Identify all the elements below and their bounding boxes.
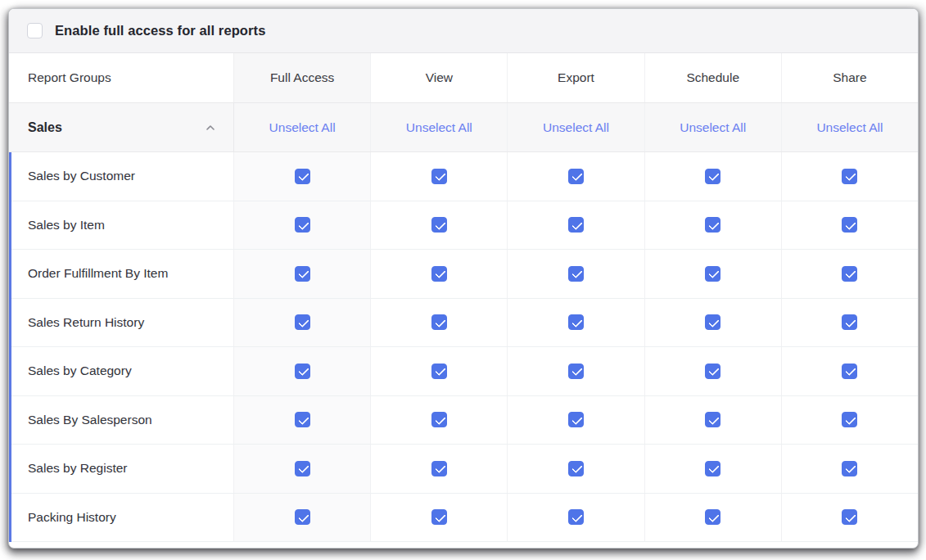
column-header-export: Export <box>508 53 644 102</box>
permission-cell-schedule <box>645 445 782 493</box>
permission-checkbox-full-access[interactable] <box>295 364 310 379</box>
group-cell-sales[interactable]: Sales <box>9 103 234 151</box>
permission-checkbox-share[interactable] <box>842 266 857 282</box>
enable-all-checkbox[interactable] <box>27 23 43 38</box>
unselect-all-link-export[interactable]: Unselect All <box>543 120 609 135</box>
permission-checkbox-full-access[interactable] <box>295 461 310 476</box>
permission-checkbox-share[interactable] <box>842 364 857 379</box>
report-rows-container: Sales by CustomerSales by ItemOrder Fulf… <box>9 152 918 542</box>
permission-cell-full-access <box>234 299 371 347</box>
report-name-label: Order Fulfillment By Item <box>28 266 168 281</box>
permission-checkbox-full-access[interactable] <box>295 314 310 330</box>
permission-checkbox-share[interactable] <box>842 412 857 427</box>
report-name-label: Sales by Category <box>28 364 132 378</box>
permission-checkbox-full-access[interactable] <box>295 412 310 427</box>
permission-cell-full-access <box>234 396 371 445</box>
permission-cell-schedule <box>645 299 782 347</box>
permission-cell-share <box>782 299 918 347</box>
report-name-cell: Packing History <box>9 494 234 542</box>
unselect-all-link-schedule[interactable]: Unselect All <box>680 120 746 135</box>
permission-cell-view <box>371 396 508 445</box>
chevron-up-icon[interactable] <box>204 121 217 134</box>
table-row: Sales Return History <box>9 299 918 348</box>
permission-checkbox-export[interactable] <box>568 509 584 525</box>
permission-cell-export <box>508 445 644 493</box>
unselect-all-cell-view: Unselect All <box>371 103 508 151</box>
permission-cell-share <box>782 396 918 445</box>
permission-checkbox-export[interactable] <box>568 217 584 233</box>
report-name-cell: Sales by Customer <box>9 152 234 201</box>
permission-checkbox-schedule[interactable] <box>705 314 720 330</box>
permission-checkbox-view[interactable] <box>431 509 447 525</box>
unselect-all-cell-export: Unselect All <box>508 103 644 151</box>
report-name-cell: Order Fulfillment By Item <box>9 250 234 298</box>
column-header-view: View <box>371 53 508 102</box>
permission-checkbox-schedule[interactable] <box>705 217 720 233</box>
permission-cell-view <box>371 152 508 201</box>
permission-cell-schedule <box>645 396 782 445</box>
permission-checkbox-share[interactable] <box>842 314 857 330</box>
permission-checkbox-schedule[interactable] <box>705 412 720 427</box>
permission-checkbox-schedule[interactable] <box>705 509 720 525</box>
table-row: Sales By Salesperson <box>9 396 918 445</box>
table-row: Sales by Category <box>9 347 918 396</box>
permission-checkbox-view[interactable] <box>431 412 447 427</box>
permission-cell-export <box>508 396 644 445</box>
permission-checkbox-view[interactable] <box>431 169 447 184</box>
permission-cell-export <box>508 152 644 201</box>
permission-cell-schedule <box>645 494 782 542</box>
permission-checkbox-share[interactable] <box>842 217 857 233</box>
permission-checkbox-full-access[interactable] <box>295 266 310 282</box>
permission-cell-schedule <box>645 347 782 395</box>
permission-checkbox-view[interactable] <box>431 364 447 379</box>
report-name-label: Sales by Register <box>28 461 127 476</box>
permission-checkbox-full-access[interactable] <box>295 509 310 525</box>
permission-checkbox-export[interactable] <box>568 364 584 379</box>
permission-checkbox-schedule[interactable] <box>705 266 720 282</box>
report-name-label: Sales By Salesperson <box>28 413 152 427</box>
table-row: Sales by Item <box>9 201 918 251</box>
permission-cell-full-access <box>234 250 371 298</box>
report-permissions-panel: Enable full access for all reports Repor… <box>8 8 919 549</box>
report-name-cell: Sales Return History <box>9 299 234 347</box>
report-name-cell: Sales by Register <box>9 445 234 493</box>
permission-cell-schedule <box>645 201 782 250</box>
unselect-all-link-share[interactable]: Unselect All <box>816 120 883 135</box>
permission-checkbox-export[interactable] <box>568 314 584 330</box>
permission-checkbox-share[interactable] <box>842 169 857 184</box>
permission-checkbox-view[interactable] <box>431 217 447 233</box>
table-header-row: Report Groups Full Access View Export Sc… <box>9 53 918 103</box>
permission-checkbox-schedule[interactable] <box>705 461 720 476</box>
permission-cell-full-access <box>234 201 371 250</box>
unselect-all-link-view[interactable]: Unselect All <box>406 120 472 135</box>
permission-checkbox-full-access[interactable] <box>295 169 310 184</box>
permission-cell-export <box>508 250 644 298</box>
group-name-label: Sales <box>28 120 62 135</box>
permission-checkbox-schedule[interactable] <box>705 169 720 184</box>
group-row-sales: Sales Unselect All Unselect All Unselect… <box>9 103 918 152</box>
permission-checkbox-export[interactable] <box>568 266 584 282</box>
permission-cell-schedule <box>645 250 782 298</box>
report-name-cell: Sales By Salesperson <box>9 396 234 445</box>
permission-checkbox-share[interactable] <box>842 509 857 525</box>
report-name-cell: Sales by Category <box>9 347 234 395</box>
permission-cell-share <box>782 250 918 298</box>
permission-checkbox-export[interactable] <box>568 169 584 184</box>
permission-checkbox-view[interactable] <box>431 461 447 476</box>
permission-checkbox-view[interactable] <box>431 266 447 282</box>
permission-cell-view <box>371 494 508 542</box>
permission-checkbox-share[interactable] <box>842 461 857 476</box>
report-name-cell: Sales by Item <box>9 201 234 250</box>
permission-checkbox-view[interactable] <box>431 314 447 330</box>
unselect-all-link-full-access[interactable]: Unselect All <box>269 120 336 135</box>
permission-cell-export <box>508 299 644 347</box>
permission-checkbox-full-access[interactable] <box>295 217 310 233</box>
unselect-all-cell-schedule: Unselect All <box>645 103 782 151</box>
permission-cell-view <box>371 445 508 493</box>
permission-cell-view <box>371 201 508 250</box>
table-row: Order Fulfillment By Item <box>9 250 918 299</box>
permission-checkbox-schedule[interactable] <box>705 364 720 379</box>
permission-cell-share <box>782 494 918 542</box>
permission-checkbox-export[interactable] <box>568 461 584 476</box>
permission-checkbox-export[interactable] <box>568 412 584 427</box>
